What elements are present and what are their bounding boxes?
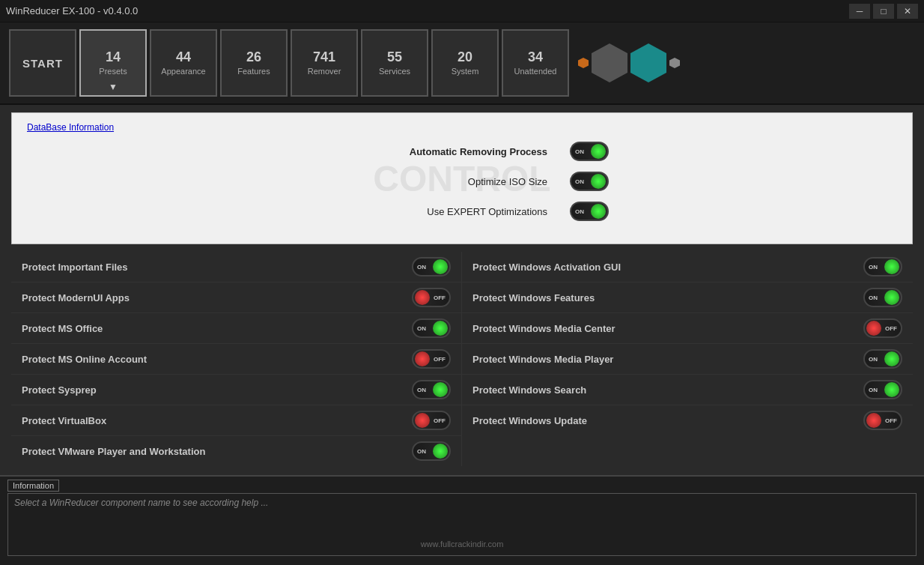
toggle-protect-winact[interactable]: ON xyxy=(863,257,902,277)
toggle-knob xyxy=(591,204,606,219)
database-title[interactable]: DataBase Information xyxy=(27,122,897,133)
nav-services-count: 55 xyxy=(387,50,402,64)
hex-teal-icon xyxy=(630,43,666,82)
toggle-knob xyxy=(433,444,448,459)
item-row-protect-winupdate: Protect Windows Update OFF xyxy=(462,405,913,435)
item-row-protect-important: Protect Important Files ON xyxy=(11,252,462,282)
protect-important-label: Protect Important Files xyxy=(22,262,128,273)
toggle-knob xyxy=(866,413,881,428)
info-panel: Information Select a WinReducer componen… xyxy=(0,475,924,565)
toggle-knob xyxy=(415,413,430,428)
nav-presets-button[interactable]: 14 Presets ▼ xyxy=(79,29,147,97)
toggle-knob xyxy=(415,351,430,366)
navbar: START 14 Presets ▼ 44 Appearance 26 Feat… xyxy=(0,22,924,105)
nav-start-button[interactable]: START xyxy=(9,29,76,97)
item-row-protect-winact: Protect Windows Activation GUI ON xyxy=(462,252,913,282)
item-row-protect-winsearch: Protect Windows Search ON xyxy=(462,375,913,405)
nav-presets-label: Presets xyxy=(99,67,127,76)
protect-winact-label: Protect Windows Activation GUI xyxy=(472,262,621,273)
item-row-protect-sysprep: Protect Sysprep ON xyxy=(11,375,462,405)
titlebar: WinReducer EX-100 - v0.4.0.0 ─ □ ✕ xyxy=(0,0,924,22)
nav-start-label: START xyxy=(22,57,63,70)
toggle-protect-msoffice[interactable]: ON xyxy=(412,318,451,338)
nav-appearance-button[interactable]: 44 Appearance xyxy=(150,29,217,97)
toggle-protect-modernui[interactable]: OFF xyxy=(412,288,451,307)
toggle-protect-important[interactable]: ON xyxy=(412,257,451,277)
nav-presets-count: 14 xyxy=(106,50,121,64)
toggle-protect-winmediacenter[interactable]: OFF xyxy=(863,318,902,338)
item-row-protect-modernui: Protect ModernUI Apps OFF xyxy=(11,282,462,313)
protect-modernui-label: Protect ModernUI Apps xyxy=(22,292,130,303)
item-row-protect-msoffice: Protect MS Office ON xyxy=(11,313,462,344)
toggle-knob xyxy=(884,290,899,305)
item-row-protect-winfeatures: Protect Windows Features ON xyxy=(462,282,913,313)
toggle-knob xyxy=(591,174,606,189)
items-grid: Protect Important Files ON Protect Moder… xyxy=(11,252,913,466)
db-row-0: Automatic Removing Process ON xyxy=(27,142,897,161)
toggle-expert-opt[interactable]: ON xyxy=(570,202,609,221)
toggle-protect-winsearch[interactable]: ON xyxy=(863,380,902,399)
nav-remover-button[interactable]: 741 Remover xyxy=(291,29,358,97)
protect-winfeatures-label: Protect Windows Features xyxy=(472,292,595,303)
hex-small-icon xyxy=(578,58,589,68)
toggle-knob xyxy=(591,144,606,159)
toggle-knob xyxy=(433,321,448,336)
nav-remover-count: 741 xyxy=(313,50,335,64)
info-section-title: Information xyxy=(7,481,917,490)
db-row-1-label: Optimize ISO Size xyxy=(315,176,570,187)
nav-services-button[interactable]: 55 Services xyxy=(361,29,428,97)
hex-gray-icon xyxy=(592,43,627,82)
protect-winmediaplayer-label: Protect Windows Media Player xyxy=(472,354,613,365)
info-title-text: Information xyxy=(7,480,59,492)
toggle-knob xyxy=(884,351,899,366)
toggle-protect-winmediaplayer[interactable]: ON xyxy=(863,349,902,369)
db-row-1: Optimize ISO Size ON xyxy=(27,172,897,191)
protect-sysprep-label: Protect Sysprep xyxy=(22,384,97,396)
item-row-protect-vmware: Protect VMware Player and Workstation ON xyxy=(11,436,462,466)
nav-appearance-count: 44 xyxy=(176,50,191,64)
toggle-protect-winfeatures[interactable]: ON xyxy=(863,288,902,307)
info-help-text: Select a WinReducer component name to se… xyxy=(14,498,268,508)
main-content: DataBase Information CONTROL Automatic R… xyxy=(0,105,924,475)
titlebar-controls: ─ □ ✕ xyxy=(849,4,918,19)
toggle-knob xyxy=(884,382,899,397)
db-row-2-label: Use EXPERT Optimizations xyxy=(315,206,570,217)
protect-winsearch-label: Protect Windows Search xyxy=(472,384,586,396)
nav-unattended-count: 34 xyxy=(528,50,543,64)
nav-features-count: 26 xyxy=(246,50,261,64)
toggle-protect-virtualbox[interactable]: OFF xyxy=(412,411,451,430)
hex-icons-area xyxy=(578,43,680,82)
protect-winupdate-label: Protect Windows Update xyxy=(472,415,587,426)
nav-system-label: System xyxy=(452,67,479,76)
protect-virtualbox-label: Protect VirtualBox xyxy=(22,415,106,426)
protect-msoffice-label: Protect MS Office xyxy=(22,323,103,334)
toggle-knob xyxy=(415,290,430,305)
minimize-button[interactable]: ─ xyxy=(849,4,870,19)
nav-system-button[interactable]: 20 System xyxy=(431,29,499,97)
toggle-knob xyxy=(884,259,899,274)
nav-features-label: Features xyxy=(237,67,270,76)
nav-appearance-label: Appearance xyxy=(161,67,205,76)
toggle-knob xyxy=(866,321,881,336)
toggle-optimize-iso[interactable]: ON xyxy=(570,172,609,191)
maximize-button[interactable]: □ xyxy=(873,4,894,19)
toggle-auto-remove[interactable]: ON xyxy=(570,142,609,161)
hex-small2-icon xyxy=(669,58,680,68)
nav-unattended-button[interactable]: 34 Unattended xyxy=(502,29,569,97)
item-row-protect-msonline: Protect MS Online Account OFF xyxy=(11,344,462,375)
close-button[interactable]: ✕ xyxy=(897,4,918,19)
nav-presets-arrow: ▼ xyxy=(109,82,118,92)
nav-services-label: Services xyxy=(379,67,410,76)
toggle-protect-vmware[interactable]: ON xyxy=(412,441,451,461)
protect-msonline-label: Protect MS Online Account xyxy=(22,354,147,365)
db-row-2: Use EXPERT Optimizations ON xyxy=(27,202,897,221)
left-column: Protect Important Files ON Protect Moder… xyxy=(11,252,462,466)
nav-remover-label: Remover xyxy=(308,67,341,76)
toggle-protect-sysprep[interactable]: ON xyxy=(412,380,451,399)
toggle-protect-msonline[interactable]: OFF xyxy=(412,349,451,369)
toggle-protect-winupdate[interactable]: OFF xyxy=(863,411,902,430)
item-row-protect-virtualbox: Protect VirtualBox OFF xyxy=(11,405,462,436)
nav-unattended-label: Unattended xyxy=(514,67,557,76)
item-row-protect-winmediaplayer: Protect Windows Media Player ON xyxy=(462,344,913,375)
nav-features-button[interactable]: 26 Features xyxy=(220,29,288,97)
